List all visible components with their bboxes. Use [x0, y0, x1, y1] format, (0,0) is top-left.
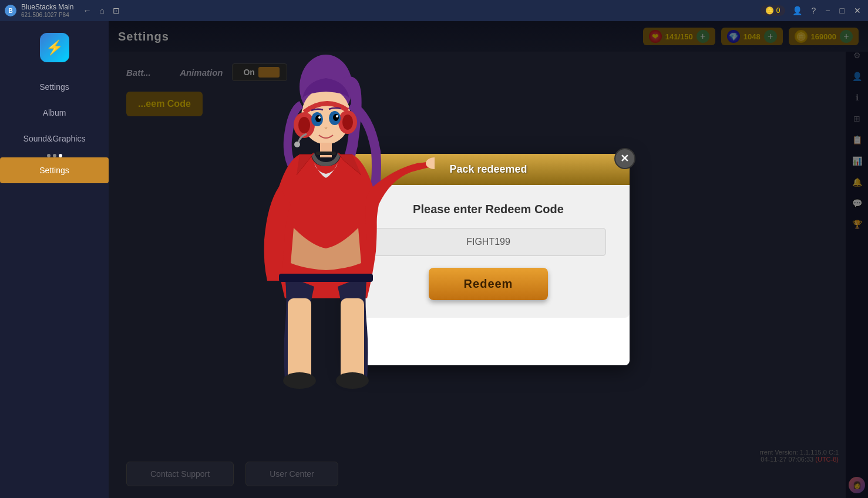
redeem-code-input[interactable]: [371, 228, 606, 256]
app-body: ⚡ Settings Album Sound&Graphics Settings…: [0, 21, 868, 498]
sidebar-item-settings-active[interactable]: Settings: [0, 157, 109, 183]
minimize-button[interactable]: −: [823, 5, 832, 16]
title-bar: B BlueStacks Main 621.506.1027 P84 ← ⌂ ⊡…: [0, 0, 868, 21]
main-content: Settings ❤ 141/150 + 💎 1048 + 🪙 169000 +: [109, 21, 868, 498]
modal-subtitle: Please enter Redeem Code: [413, 203, 564, 216]
coin-count: 0: [776, 6, 780, 15]
app-logo: B: [5, 5, 16, 16]
nav-back-button[interactable]: ←: [80, 5, 93, 16]
title-bar-right: 🪙 0 👤 ? − □ ✕: [761, 5, 863, 16]
modal-body: Please enter Redeem Code Redeem: [348, 185, 630, 318]
help-button[interactable]: ?: [809, 5, 819, 16]
modal-header: Pack redeemed: [348, 154, 630, 185]
sidebar-item-album[interactable]: Album: [0, 100, 109, 126]
sidebar: ⚡ Settings Album Sound&Graphics Settings…: [0, 21, 109, 498]
modal-close-button[interactable]: ✕: [614, 148, 635, 169]
coin-icon: 🪙: [765, 6, 774, 15]
redeem-modal: ✕ Pack redeemed Please enter Redeem Code…: [348, 154, 630, 365]
sidebar-item-settings-top[interactable]: Settings: [0, 74, 109, 100]
coin-badge: 🪙 0: [761, 5, 785, 16]
sidebar-item-sound-graphics[interactable]: Sound&Graphics: [0, 126, 109, 152]
modal-overlay[interactable]: ✕ Pack redeemed Please enter Redeem Code…: [109, 21, 868, 498]
nav-forward-button[interactable]: ⊡: [110, 5, 122, 16]
sidebar-logo: ⚡: [40, 33, 69, 62]
nav-controls: ← ⌂ ⊡: [80, 5, 122, 16]
close-button[interactable]: ✕: [852, 5, 863, 16]
redeem-button[interactable]: Redeem: [429, 268, 549, 300]
modal-header-title: Pack redeemed: [359, 163, 618, 176]
user-icon-button[interactable]: 👤: [790, 5, 805, 16]
nav-home-button[interactable]: ⌂: [97, 5, 106, 16]
app-name: BlueStacks Main: [21, 3, 73, 11]
app-subtitle: 621.506.1027 P84: [21, 12, 73, 18]
maximize-button[interactable]: □: [837, 5, 847, 16]
